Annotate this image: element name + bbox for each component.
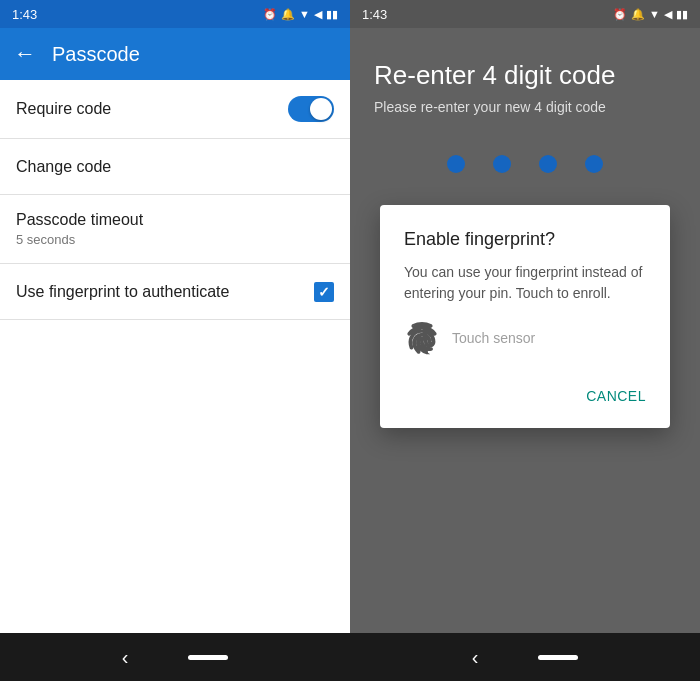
left-status-bar: 1:43 ⏰ 🔔 ▼ ◀ ▮▮ [0, 0, 350, 28]
fingerprint-label: Use fingerprint to authenticate [16, 283, 229, 301]
dialog-overlay: Enable fingerprint? You can use your fin… [350, 0, 700, 633]
dialog-title: Enable fingerprint? [404, 229, 646, 250]
toolbar: ← Passcode [0, 28, 350, 80]
require-code-toggle[interactable] [288, 96, 334, 122]
fingerprint-icon [404, 320, 440, 356]
check-icon: ✓ [318, 284, 330, 300]
right-home-button[interactable] [538, 655, 578, 660]
left-status-icons: ⏰ 🔔 ▼ ◀ ▮▮ [263, 8, 338, 21]
back-button[interactable]: ← [14, 41, 36, 67]
touch-sensor-text: Touch sensor [452, 330, 535, 346]
passcode-timeout-block: Passcode timeout 5 seconds [16, 211, 143, 247]
left-back-nav-button[interactable]: ‹ [122, 646, 129, 669]
fingerprint-item[interactable]: Use fingerprint to authenticate ✓ [0, 264, 350, 320]
require-code-label: Require code [16, 100, 111, 118]
left-time: 1:43 [12, 7, 37, 22]
toolbar-title: Passcode [52, 43, 140, 66]
toggle-thumb [310, 98, 332, 120]
left-nav-bar: ‹ [0, 633, 350, 681]
cancel-button[interactable]: CANCEL [586, 380, 646, 412]
change-code-label: Change code [16, 158, 111, 176]
dialog-actions: CANCEL [404, 372, 646, 420]
require-code-item[interactable]: Require code [0, 80, 350, 139]
toggle-track [288, 96, 334, 122]
fingerprint-row[interactable]: Touch sensor [404, 320, 646, 356]
change-code-item[interactable]: Change code [0, 139, 350, 195]
left-home-button[interactable] [188, 655, 228, 660]
passcode-timeout-label: Passcode timeout [16, 211, 143, 229]
fingerprint-checkbox[interactable]: ✓ [314, 282, 334, 302]
right-nav-bar: ‹ [350, 633, 700, 681]
left-panel: 1:43 ⏰ 🔔 ▼ ◀ ▮▮ ← Passcode Require code … [0, 0, 350, 681]
dialog-body: You can use your fingerprint instead of … [404, 262, 646, 304]
right-panel: 1:43 ⏰ 🔔 ▼ ◀ ▮▮ Re-enter 4 digit code Pl… [350, 0, 700, 681]
passcode-timeout-sublabel: 5 seconds [16, 232, 143, 247]
settings-list: Require code Change code Passcode timeou… [0, 80, 350, 633]
enable-fingerprint-dialog: Enable fingerprint? You can use your fin… [380, 205, 670, 428]
passcode-timeout-item[interactable]: Passcode timeout 5 seconds [0, 195, 350, 264]
right-back-nav-button[interactable]: ‹ [472, 646, 479, 669]
